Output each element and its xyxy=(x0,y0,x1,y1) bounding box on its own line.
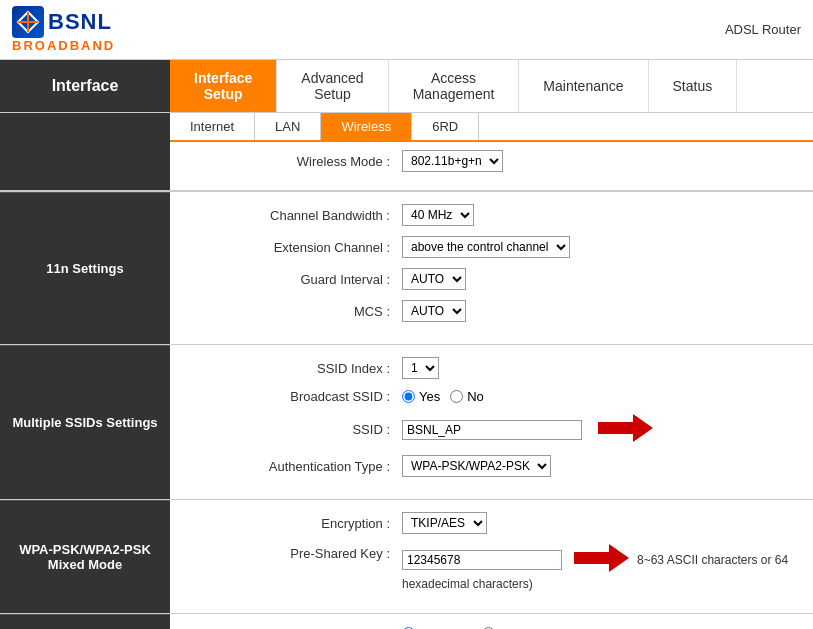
tab-maintenance[interactable]: Maintenance xyxy=(519,60,648,112)
guard-interval-label: Guard Interval : xyxy=(190,272,390,287)
mac-filter-section: Wireless MAC Address Filter Active : Act… xyxy=(0,613,813,629)
11n-settings-content: Channel Bandwidth : 20 MHz 40 MHz Extens… xyxy=(170,192,813,344)
wpa-section: WPA-PSK/WPA2-PSK Mixed Mode Encryption :… xyxy=(0,499,813,613)
auth-type-select[interactable]: WPA-PSK/WPA2-PSK OpenShared WPA-PSKWPA2-… xyxy=(402,455,551,477)
wireless-mode-row: Wireless Mode : 802.11b+g+n 802.11b 802.… xyxy=(170,142,813,190)
broadband-text: BROADBAND xyxy=(12,38,115,53)
wireless-mode-label: Wireless Mode : xyxy=(190,154,390,169)
encryption-select[interactable]: TKIP/AES TKIPAES xyxy=(402,512,487,534)
sub-tab-6rd[interactable]: 6RD xyxy=(412,113,479,140)
logo-bsnl: BSNL xyxy=(12,6,115,38)
sub-tab-internet[interactable]: Internet xyxy=(170,113,255,140)
tab-interface-setup[interactable]: InterfaceSetup xyxy=(170,60,277,112)
broadcast-yes-radio[interactable]: Yes xyxy=(402,389,440,404)
guard-interval-select[interactable]: AUTO Long Short xyxy=(402,268,466,290)
psk-label: Pre-Shared Key : xyxy=(190,544,390,561)
ssid-arrow xyxy=(598,414,653,445)
encryption-label: Encryption : xyxy=(190,516,390,531)
adsl-router-label: ADSL Router xyxy=(725,22,801,37)
svg-marker-3 xyxy=(598,414,653,442)
broadcast-no-radio[interactable]: No xyxy=(450,389,484,404)
interface-label: Interface xyxy=(0,60,170,112)
mac-filter-label: Wireless MAC Address Filter xyxy=(0,614,170,629)
nav-tabs: InterfaceSetup AdvancedSetup AccessManag… xyxy=(170,60,737,112)
mcs-select[interactable]: AUTO 012 345 67 xyxy=(402,300,466,322)
ssid-index-select[interactable]: 1 234 xyxy=(402,357,439,379)
11n-settings-section: 11n Settings Channel Bandwidth : 20 MHz … xyxy=(0,191,813,344)
extension-channel-label: Extension Channel : xyxy=(190,240,390,255)
wpa-content: Encryption : TKIP/AES TKIPAES Pre-Shared… xyxy=(170,500,813,613)
psk-input[interactable] xyxy=(402,550,562,570)
svg-marker-4 xyxy=(574,544,629,572)
logo-icon xyxy=(12,6,44,38)
mac-filter-content: Active : Activated Deactivated Action : … xyxy=(170,614,813,629)
wireless-mode-select[interactable]: 802.11b+g+n 802.11b 802.11g 802.11n xyxy=(402,150,503,172)
tab-status[interactable]: Status xyxy=(649,60,738,112)
ssids-label: Multiple SSIDs Settings xyxy=(0,345,170,499)
11n-settings-label: 11n Settings xyxy=(0,192,170,344)
tab-advanced-setup[interactable]: AdvancedSetup xyxy=(277,60,388,112)
bsnl-text: BSNL xyxy=(48,9,112,35)
channel-bandwidth-label: Channel Bandwidth : xyxy=(190,208,390,223)
mcs-label: MCS : xyxy=(190,304,390,319)
sub-tab-lan[interactable]: LAN xyxy=(255,113,321,140)
extension-channel-select[interactable]: above the control channel below the cont… xyxy=(402,236,570,258)
logo-container: BSNL BROADBAND xyxy=(12,6,115,53)
sub-nav: Internet LAN Wireless 6RD xyxy=(170,113,813,142)
ssid-label: SSID : xyxy=(190,422,390,437)
header: BSNL BROADBAND ADSL Router xyxy=(0,0,813,60)
top-nav: Interface InterfaceSetup AdvancedSetup A… xyxy=(0,60,813,113)
auth-type-label: Authentication Type : xyxy=(190,459,390,474)
ssids-section: Multiple SSIDs Settings SSID Index : 1 2… xyxy=(0,344,813,499)
psk-hint-part1: 8~63 ASCII characters or 64 xyxy=(637,553,788,567)
broadcast-ssid-label: Broadcast SSID : xyxy=(190,389,390,404)
sub-tab-wireless[interactable]: Wireless xyxy=(321,113,412,140)
wpa-label: WPA-PSK/WPA2-PSK Mixed Mode xyxy=(0,500,170,613)
psk-hint-part2: hexadecimal characters) xyxy=(402,577,533,591)
ssids-content: SSID Index : 1 234 Broadcast SSID : Yes … xyxy=(170,345,813,499)
psk-arrow xyxy=(574,544,629,575)
tab-access-management[interactable]: AccessManagement xyxy=(389,60,520,112)
ssid-input[interactable] xyxy=(402,420,582,440)
channel-bandwidth-select[interactable]: 20 MHz 40 MHz xyxy=(402,204,474,226)
ssid-index-label: SSID Index : xyxy=(190,361,390,376)
